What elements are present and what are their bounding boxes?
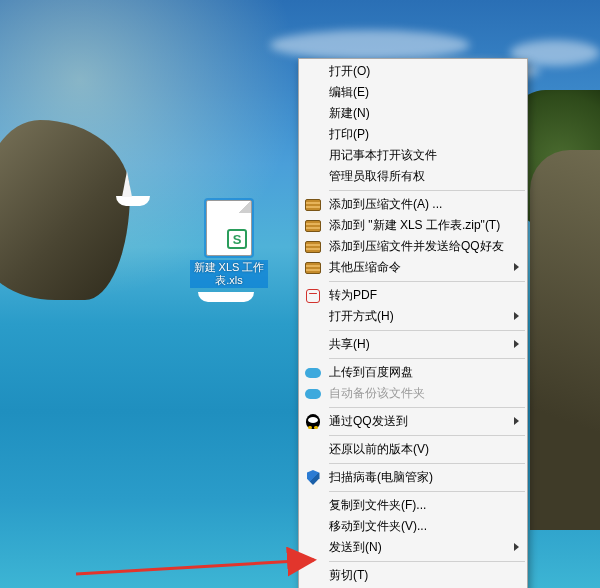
file-thumbnail: S: [206, 200, 252, 256]
context-menu-item[interactable]: 上传到百度网盘: [299, 362, 527, 383]
context-menu-item[interactable]: 新建(N): [299, 103, 527, 124]
context-menu-item-label: 管理员取得所有权: [329, 168, 425, 185]
menu-separator: [329, 407, 525, 408]
submenu-arrow-icon: [514, 417, 519, 425]
context-menu-item-label: 剪切(T): [329, 567, 368, 584]
context-menu-item[interactable]: 打印(P): [299, 124, 527, 145]
context-menu-item-label: 转为PDF: [329, 287, 377, 304]
context-menu-item[interactable]: 用记事本打开该文件: [299, 145, 527, 166]
submenu-arrow-icon: [514, 312, 519, 320]
context-menu-item-label: 添加到压缩文件(A) ...: [329, 196, 442, 213]
context-menu-item-label: 用记事本打开该文件: [329, 147, 437, 164]
archive-icon: [304, 259, 322, 276]
menu-separator: [329, 190, 525, 191]
menu-separator: [329, 491, 525, 492]
context-menu-item-label: 还原以前的版本(V): [329, 441, 429, 458]
context-menu-item[interactable]: 剪切(T): [299, 565, 527, 586]
context-menu-item-label: 打开方式(H): [329, 308, 394, 325]
svg-line-0: [76, 560, 314, 574]
cloud-icon: [304, 364, 322, 381]
context-menu-item[interactable]: 还原以前的版本(V): [299, 439, 527, 460]
file-type-badge: S: [227, 229, 247, 249]
context-menu-item[interactable]: 其他压缩命令: [299, 257, 527, 278]
context-menu-item-label: 编辑(E): [329, 84, 369, 101]
context-menu-item[interactable]: 复制到文件夹(F)...: [299, 495, 527, 516]
context-menu-item-label: 共享(H): [329, 336, 370, 353]
context-menu-item-label: 复制到文件夹(F)...: [329, 497, 426, 514]
context-menu-item-label: 添加到压缩文件并发送给QQ好友: [329, 238, 504, 255]
submenu-arrow-icon: [514, 263, 519, 271]
context-menu-item[interactable]: 移动到文件夹(V)...: [299, 516, 527, 537]
context-menu-item-label: 移动到文件夹(V)...: [329, 518, 427, 535]
submenu-arrow-icon: [514, 543, 519, 551]
menu-separator: [329, 330, 525, 331]
wps-icon: [304, 287, 322, 304]
context-menu-item[interactable]: 添加到压缩文件并发送给QQ好友: [299, 236, 527, 257]
context-menu-item-label: 打开(O): [329, 63, 370, 80]
context-menu-item-label: 其他压缩命令: [329, 259, 401, 276]
landscape-boat: [116, 196, 150, 206]
menu-separator: [329, 358, 525, 359]
context-menu-item-label: 打印(P): [329, 126, 369, 143]
landscape-boat: [198, 292, 254, 302]
menu-separator: [329, 435, 525, 436]
context-menu-item[interactable]: 扫描病毒(电脑管家): [299, 467, 527, 488]
archive-icon: [304, 238, 322, 255]
qq-icon: [304, 413, 322, 430]
context-menu-item[interactable]: 管理员取得所有权: [299, 166, 527, 187]
context-menu-item[interactable]: 添加到 "新建 XLS 工作表.zip"(T): [299, 215, 527, 236]
context-menu-item-label: 扫描病毒(电脑管家): [329, 469, 433, 486]
cloud-decoration: [270, 30, 470, 60]
context-menu-item[interactable]: 打开(O): [299, 61, 527, 82]
context-menu-item[interactable]: 共享(H): [299, 334, 527, 355]
menu-separator: [329, 561, 525, 562]
context-menu-item-label: 发送到(N): [329, 539, 382, 556]
context-menu-item[interactable]: 转为PDF: [299, 285, 527, 306]
file-label: 新建 XLS 工作表.xls: [190, 260, 268, 288]
desktop-wallpaper: S 新建 XLS 工作表.xls 打开(O)编辑(E)新建(N)打印(P)用记事…: [0, 0, 600, 588]
context-menu-item: 自动备份该文件夹: [299, 383, 527, 404]
context-menu-item[interactable]: 发送到(N): [299, 537, 527, 558]
archive-icon: [304, 217, 322, 234]
menu-separator: [329, 463, 525, 464]
landscape-rock: [0, 120, 130, 300]
context-menu: 打开(O)编辑(E)新建(N)打印(P)用记事本打开该文件管理员取得所有权添加到…: [298, 58, 528, 588]
archive-icon: [304, 196, 322, 213]
context-menu-item[interactable]: 编辑(E): [299, 82, 527, 103]
cloud-icon: [304, 385, 322, 402]
menu-separator: [329, 281, 525, 282]
landscape-rock: [530, 150, 600, 530]
context-menu-item-label: 上传到百度网盘: [329, 364, 413, 381]
context-menu-item[interactable]: 打开方式(H): [299, 306, 527, 327]
context-menu-item-label: 通过QQ发送到: [329, 413, 408, 430]
shield-icon: [304, 469, 322, 486]
desktop-file-selected[interactable]: S 新建 XLS 工作表.xls: [190, 200, 268, 288]
context-menu-item[interactable]: 通过QQ发送到: [299, 411, 527, 432]
context-menu-item-label: 自动备份该文件夹: [329, 385, 425, 402]
context-menu-item[interactable]: 添加到压缩文件(A) ...: [299, 194, 527, 215]
context-menu-item-label: 新建(N): [329, 105, 370, 122]
submenu-arrow-icon: [514, 340, 519, 348]
context-menu-item-label: 添加到 "新建 XLS 工作表.zip"(T): [329, 217, 500, 234]
